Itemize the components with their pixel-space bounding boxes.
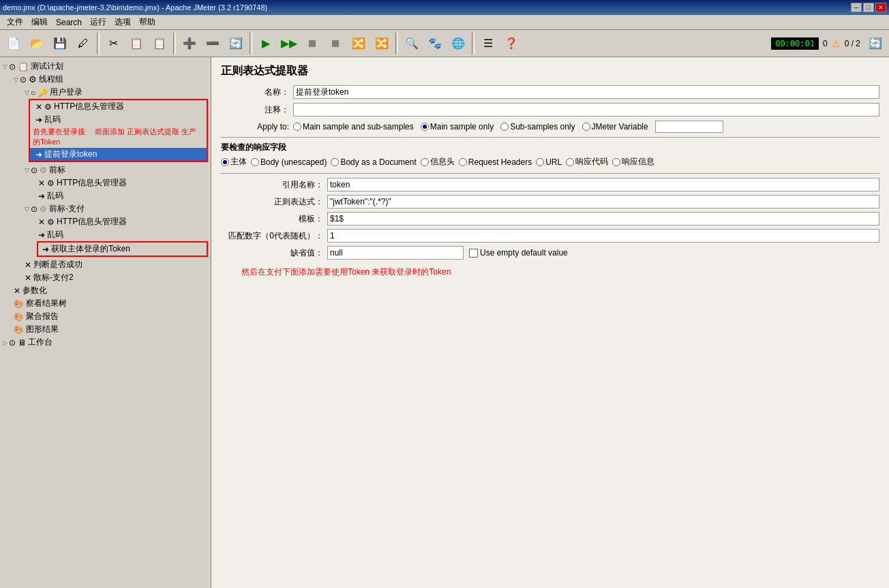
save-button[interactable]: 💾 <box>49 33 71 55</box>
search-btn[interactable]: 🔍 <box>401 33 423 55</box>
radio-main-only[interactable]: Main sample only <box>421 122 494 131</box>
list-btn[interactable]: ☰ <box>477 33 499 55</box>
apply-to-row: Apply to: Main sample and sub-samples Ma… <box>221 121 879 133</box>
jmeter-variable-input[interactable] <box>655 121 723 133</box>
tree-label-get-token: 获取主体登录的Token <box>51 243 130 255</box>
expand-button[interactable]: ➕ <box>179 33 200 55</box>
radio-response-msg[interactable]: 响应信息 <box>612 156 654 168</box>
toggle-button[interactable]: 🔄 <box>225 33 247 55</box>
radio-circle-body[interactable] <box>221 158 229 166</box>
radio-label-request-headers: Request Headers <box>468 157 532 167</box>
tree-node-workbench[interactable]: ▷ ⊙ 🖥 工作台 <box>0 336 211 349</box>
tree-node-pre-login-token[interactable]: ➜ 提前登录token <box>30 148 207 161</box>
elapsed-time: 00:00:01 <box>771 37 819 50</box>
separator-5 <box>472 33 474 55</box>
remote-btn[interactable]: 🌐 <box>447 33 469 55</box>
expand-workbench[interactable]: ▷ <box>3 339 7 346</box>
radio-circle-body-unescaped[interactable] <box>251 158 259 166</box>
match-no-input[interactable] <box>327 229 879 243</box>
menu-file[interactable]: 文件 <box>3 15 27 29</box>
new-button[interactable]: 📄 <box>3 33 25 55</box>
minimize-button[interactable]: ─ <box>851 3 862 12</box>
radio-body-unescaped[interactable]: Body (unescaped) <box>251 157 327 167</box>
tree-node-agg-report[interactable]: 🎨 聚合报告 <box>0 310 211 323</box>
tree-node-captcha1[interactable]: ➜ 乱码 <box>30 113 207 126</box>
expand-thread-group[interactable]: ▽ <box>14 76 18 83</box>
radio-circle-response-msg[interactable] <box>612 158 620 166</box>
stop-now-button[interactable]: ⏹ <box>325 33 346 55</box>
open-button[interactable]: 📂 <box>26 33 48 55</box>
menu-search[interactable]: Search <box>52 16 86 29</box>
expand-user-login[interactable]: ▽ <box>25 89 29 96</box>
radio-circle-response-code[interactable] <box>566 158 574 166</box>
tree-node-thread-group[interactable]: ▽ ⊙ ⚙ 线程组 <box>0 73 211 86</box>
radio-circle-jmeter-var[interactable] <box>582 123 590 131</box>
menu-run[interactable]: 运行 <box>86 15 110 29</box>
save-as-button[interactable]: 🖊 <box>72 33 94 55</box>
comment-input[interactable] <box>293 103 879 117</box>
copy-button[interactable]: 📋 <box>125 33 147 55</box>
expand-qianbiao[interactable]: ▽ <box>25 167 29 174</box>
empty-default-checkbox[interactable] <box>469 249 478 258</box>
radio-circle-body-document[interactable] <box>331 158 339 166</box>
radio-info-header[interactable]: 信息头 <box>421 156 455 168</box>
clear-button[interactable]: 🔀 <box>371 33 393 55</box>
window-controls[interactable]: ─ □ ✕ <box>851 3 886 12</box>
expand-payment[interactable]: ▽ <box>25 206 29 213</box>
tree-node-get-token[interactable]: ➜ 获取主体登录的Token <box>38 243 207 256</box>
stop-button[interactable]: ⏹ <box>301 33 323 55</box>
counter-btn[interactable]: 🐾 <box>424 33 446 55</box>
radio-sub-only[interactable]: Sub-samples only <box>500 122 575 131</box>
tree-node-test-plan[interactable]: ▽ ⊙ 📋 测试计划 <box>0 60 211 73</box>
tree-node-captcha3[interactable]: ➜ 乱码 <box>0 228 211 241</box>
radio-circle-request-headers[interactable] <box>459 158 467 166</box>
empty-default-checkbox-label[interactable]: Use empty default value <box>469 248 568 258</box>
radio-url[interactable]: URL <box>536 157 562 167</box>
paste-button[interactable]: 📋 <box>149 33 170 55</box>
radio-request-headers[interactable]: Request Headers <box>459 157 532 167</box>
tree-node-user-login[interactable]: ▽ ○ 🔑 用户登录 <box>0 86 211 99</box>
shutdown-button[interactable]: 🔀 <box>348 33 370 55</box>
radio-jmeter-var[interactable]: JMeter Variable <box>582 122 648 131</box>
cut-button[interactable]: ✂ <box>102 33 124 55</box>
template-label: 模板： <box>221 213 323 225</box>
default-input[interactable] <box>327 246 464 260</box>
radio-body-document[interactable]: Body as a Document <box>331 157 416 167</box>
regex-row: 正则表达式： <box>221 195 879 208</box>
close-button[interactable]: ✕ <box>875 3 886 12</box>
maximize-button[interactable]: □ <box>863 3 874 12</box>
tree-node-view-results[interactable]: 🎨 察看结果树 <box>0 297 211 310</box>
radio-circle-main-only[interactable] <box>421 123 429 131</box>
annotation-tree-1: 首先要在登录接口 前面添加 正则表达式提取 生产的Token <box>30 126 207 148</box>
template-input[interactable] <box>327 212 879 226</box>
radio-body[interactable]: 主体 <box>221 156 247 168</box>
tree-node-qianbiao-payment[interactable]: ▽ ⊙ ⚙ 前标-支付 <box>0 202 211 215</box>
tree-node-graph[interactable]: 🎨 图形结果 <box>0 323 211 336</box>
tree-node-scatter[interactable]: ✕ 散标-支付2 <box>0 271 211 284</box>
name-input[interactable] <box>293 85 879 99</box>
regex-input[interactable] <box>327 195 879 208</box>
start-no-pause-button[interactable]: ▶▶ <box>278 33 300 55</box>
radio-response-code[interactable]: 响应代码 <box>566 156 608 168</box>
ref-name-input[interactable] <box>327 178 879 191</box>
menu-options[interactable]: 选项 <box>110 15 135 29</box>
tree-node-param[interactable]: ✕ 参数化 <box>0 284 211 297</box>
menu-edit[interactable]: 编辑 <box>27 15 52 29</box>
radio-main-sub[interactable]: Main sample and sub-samples <box>293 122 414 131</box>
collapse-button[interactable]: ➖ <box>202 33 224 55</box>
menu-help[interactable]: 帮助 <box>135 15 160 29</box>
radio-circle-url[interactable] <box>536 158 544 166</box>
tree-node-captcha2[interactable]: ➜ 乱码 <box>0 189 211 202</box>
radio-circle-sub-only[interactable] <box>500 123 509 131</box>
help-btn[interactable]: ❓ <box>500 33 522 55</box>
start-button[interactable]: ▶ <box>255 33 277 55</box>
radio-circle-info-header[interactable] <box>421 158 429 166</box>
radio-circle-main-sub[interactable] <box>293 123 301 131</box>
tree-node-http-header2[interactable]: ✕ ⚙ HTTP信息头管理器 <box>0 176 211 189</box>
refresh-btn[interactable]: 🔄 <box>864 33 886 55</box>
tree-node-http-header3[interactable]: ✕ ⚙ HTTP信息头管理器 <box>0 215 211 228</box>
tree-node-regex-match[interactable]: ✕ 判断是否成功 <box>0 258 211 271</box>
expand-test-plan[interactable]: ▽ <box>3 63 7 70</box>
tree-node-qianbiao[interactable]: ▽ ⊙ ⚙ 前标 <box>0 164 211 176</box>
tree-node-http-header1[interactable]: ✕ ⚙ HTTP信息头管理器 <box>30 100 207 113</box>
